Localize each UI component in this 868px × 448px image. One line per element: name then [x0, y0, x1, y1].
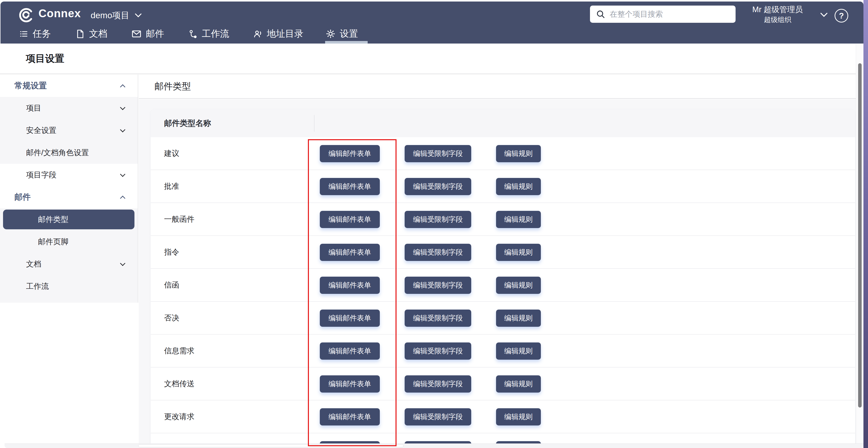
nav-label: 任务	[33, 28, 51, 40]
nav-item-workflow[interactable]: 工作流	[189, 28, 229, 40]
tasks-list-icon	[19, 29, 28, 38]
sidebar-item-安全设置[interactable]: 安全设置	[0, 119, 138, 141]
nav-label: 地址目录	[267, 28, 303, 40]
sidebar-item-常规设置[interactable]: 常规设置	[0, 75, 138, 97]
project-selector[interactable]: demo项目	[91, 10, 142, 21]
table-row-一般函件: 一般函件编辑邮件表单编辑受限制字段编辑规则	[151, 203, 855, 236]
sidebar-item-项目字段[interactable]: 项目字段	[0, 164, 138, 186]
table-row-批准: 批准编辑邮件表单编辑受限制字段编辑规则	[151, 170, 855, 203]
brand-name: Connex	[38, 7, 81, 20]
project-name: demo项目	[91, 10, 129, 21]
chevron-down-icon	[120, 127, 125, 132]
vertical-scrollbar[interactable]	[856, 44, 863, 448]
chevron-down-icon	[135, 13, 142, 18]
sidebar-item-文档[interactable]: 文档	[0, 253, 138, 275]
edit-rules-button[interactable]: 编辑规则	[496, 408, 541, 425]
mail-type-name: 批准	[164, 181, 179, 192]
nav-item-tasks[interactable]: 任务	[19, 28, 51, 40]
edit-restricted-fields-button[interactable]: 编辑受限制字段	[405, 178, 471, 195]
nav-item-documents[interactable]: 文档	[76, 28, 107, 40]
user-block[interactable]: Mr 超级管理员 超级组织	[744, 4, 811, 24]
brand-row: Connex demo项目 Mr 超级管理员 超级组织 ?	[1, 2, 863, 25]
horizontal-scrollbar-thumb[interactable]	[138, 444, 404, 447]
edit-mail-form-button[interactable]: 编辑邮件表单	[320, 145, 380, 162]
edit-restricted-fields-button[interactable]: 编辑受限制字段	[405, 277, 471, 294]
edit-mail-form-button[interactable]: 编辑邮件表单	[320, 408, 380, 425]
edit-rules-button[interactable]: 编辑规则	[496, 145, 541, 162]
edit-mail-form-button[interactable]: 编辑邮件表单	[320, 211, 380, 228]
edit-mail-form-button[interactable]: 编辑邮件表单	[320, 375, 380, 392]
help-icon: ?	[839, 11, 844, 21]
global-search[interactable]	[590, 6, 736, 23]
chevron-down-icon	[120, 171, 125, 177]
edit-rules-button[interactable]: 编辑规则	[496, 211, 541, 228]
help-button[interactable]: ?	[835, 9, 848, 23]
sidebar-filler	[0, 297, 138, 303]
sidebar-item-邮件页脚[interactable]: 邮件页脚	[0, 231, 138, 253]
edit-mail-form-button[interactable]: 编辑邮件表单	[320, 310, 380, 327]
edit-rules-button[interactable]: 编辑规则	[496, 441, 541, 443]
sidebar-item-邮件/文档角色设置[interactable]: 邮件/文档角色设置	[0, 141, 138, 164]
edit-restricted-fields-button[interactable]: 编辑受限制字段	[405, 211, 471, 228]
table-row-更改请求: 更改请求编辑邮件表单编辑受限制字段编辑规则	[151, 401, 855, 433]
sidebar-item-项目[interactable]: 项目	[0, 97, 138, 119]
edit-mail-form-button[interactable]: 编辑邮件表单	[320, 343, 380, 360]
desktop-edge	[863, 0, 868, 448]
mail-type-name: 指令	[164, 247, 179, 257]
user-menu-chevron-down-icon[interactable]	[820, 13, 828, 17]
active-tab-indicator	[325, 41, 368, 43]
edit-restricted-fields-button[interactable]: 编辑受限制字段	[405, 343, 471, 360]
table-row-建议: 建议编辑邮件表单编辑受限制字段编辑规则	[151, 137, 855, 170]
mail-type-name: 信函	[164, 280, 179, 290]
edit-mail-form-button[interactable]: 编辑邮件表单	[320, 178, 380, 195]
edit-mail-form-button[interactable]: 编辑邮件表单	[320, 441, 380, 443]
table-row-指令: 指令编辑邮件表单编辑受限制字段编辑规则	[151, 236, 855, 269]
sidebar-item-邮件类型[interactable]: 邮件类型	[0, 208, 138, 231]
sidebar-item-邮件[interactable]: 邮件	[0, 186, 138, 208]
user-name: Mr 超级管理员	[744, 4, 811, 15]
edit-rules-button[interactable]: 编辑规则	[496, 343, 541, 360]
table-body: 建议编辑邮件表单编辑受限制字段编辑规则批准编辑邮件表单编辑受限制字段编辑规则一般…	[151, 137, 855, 443]
edit-rules-button[interactable]: 编辑规则	[496, 178, 541, 195]
edit-mail-form-button[interactable]: 编辑邮件表单	[320, 277, 380, 294]
edit-restricted-fields-button[interactable]: 编辑受限制字段	[405, 441, 471, 443]
main-content: 邮件类型名称 建议编辑邮件表单编辑受限制字段编辑规则批准编辑邮件表单编辑受限制字…	[139, 99, 863, 443]
nav-label: 文档	[89, 28, 107, 40]
mail-type-name: 信息需求	[164, 346, 194, 356]
nav-item-address-book[interactable]: 地址目录	[253, 28, 303, 40]
sidebar-item-label: 邮件类型	[38, 214, 68, 225]
nav-label: 工作流	[202, 28, 229, 40]
sidebar-item-label: 邮件/文档角色设置	[26, 148, 89, 158]
edit-restricted-fields-button[interactable]: 编辑受限制字段	[405, 408, 471, 425]
sidebar-item-label: 邮件页脚	[38, 237, 68, 247]
horizontal-scrollbar[interactable]	[5, 443, 863, 448]
edit-rules-button[interactable]: 编辑规则	[496, 375, 541, 392]
table-row-文档传送: 文档传送编辑邮件表单编辑受限制字段编辑规则	[151, 367, 855, 401]
edit-restricted-fields-button[interactable]: 编辑受限制字段	[405, 244, 471, 261]
search-input[interactable]	[610, 10, 730, 19]
sidebar-selected-pill[interactable]: 邮件类型	[3, 210, 134, 229]
sidebar-item-工作流[interactable]: 工作流	[0, 275, 138, 297]
edit-restricted-fields-button[interactable]: 编辑受限制字段	[405, 375, 471, 392]
sidebar-item-label: 邮件	[14, 192, 31, 203]
column-header-mail-type-name: 邮件类型名称	[164, 118, 211, 129]
sidebar-item-label: 工作流	[26, 281, 49, 292]
main-nav: 任务 文档 邮件 工作流 地址目录	[1, 24, 863, 43]
nav-item-mail[interactable]: 邮件	[132, 28, 164, 40]
edit-restricted-fields-button[interactable]: 编辑受限制字段	[405, 145, 471, 162]
edit-mail-form-button[interactable]: 编辑邮件表单	[320, 244, 380, 261]
user-organization: 超级组织	[744, 15, 811, 24]
edit-restricted-fields-button[interactable]: 编辑受限制字段	[405, 310, 471, 327]
vertical-scrollbar-thumb[interactable]	[858, 63, 862, 408]
nav-label: 邮件	[146, 28, 164, 40]
edit-rules-button[interactable]: 编辑规则	[496, 277, 541, 294]
edit-rules-button[interactable]: 编辑规则	[496, 244, 541, 261]
sidebar-item-label: 项目	[26, 103, 41, 114]
edit-rules-button[interactable]: 编辑规则	[496, 310, 541, 327]
nav-item-settings[interactable]: 设置	[326, 28, 358, 40]
sidebar-item-label: 安全设置	[26, 125, 57, 136]
table-row-信息需求: 信息需求编辑邮件表单编辑受限制字段编辑规则	[151, 334, 855, 367]
chevron-down-icon	[120, 260, 125, 266]
table-header-row: 邮件类型名称	[151, 109, 855, 137]
address-book-icon	[253, 29, 262, 38]
